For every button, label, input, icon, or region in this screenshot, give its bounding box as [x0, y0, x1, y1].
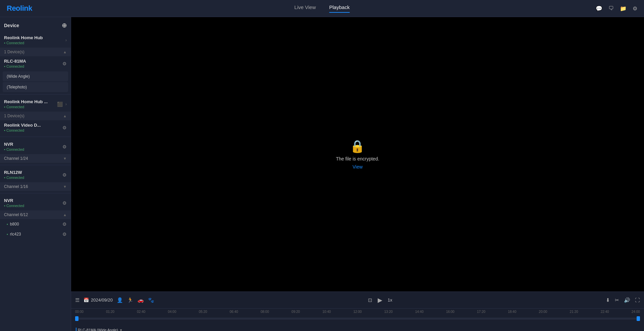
nav-tabs: Live View Playback — [294, 4, 350, 13]
device-rln12w-row[interactable]: RLN12W Connected ⚙ — [0, 167, 71, 182]
chevron-right-icon: › — [65, 38, 67, 43]
snapshot-icon[interactable]: ⊡ — [368, 297, 372, 303]
device-nvr1-row[interactable]: NVR Connected ⚙ — [0, 139, 71, 154]
device-group-hub1: Reolink Home Hub Connected › 1 Device(s)… — [0, 32, 71, 92]
nvr1-channel-chevron-icon: ▼ — [63, 156, 67, 160]
volume-icon[interactable]: 🔊 — [624, 297, 630, 303]
motion-detection-icon[interactable]: 🏃 — [127, 297, 133, 303]
divider-3 — [0, 165, 71, 165]
date-display: 📅 2024/09/20 — [84, 297, 113, 303]
device-nvr2-row[interactable]: NVR Connected ⚙ — [0, 195, 71, 210]
fullscreen-icon[interactable]: ⛶ — [635, 297, 640, 303]
camera-video-d-name: Reolink Video D... — [4, 123, 41, 128]
camera-rlc81ma-gear-icon[interactable]: ⚙ — [62, 61, 67, 66]
animal-detection-icon[interactable]: 🐾 — [148, 297, 154, 303]
playback-controls: ⊡ ▶ 1x — [368, 296, 392, 304]
timeline-end-handle[interactable] — [637, 316, 640, 321]
sub-device-b800-dot: • — [7, 222, 8, 226]
device-group-nvr2: NVR Connected ⚙ Channel 6/12 ▲ • b800 ⚙ … — [0, 195, 71, 239]
date-value: 2024/09/20 — [91, 297, 113, 303]
time-marker-12: 16:00 — [446, 310, 454, 314]
camera-video-d-gear-icon[interactable]: ⚙ — [62, 125, 67, 130]
calendar-icon: 📅 — [84, 297, 89, 303]
device-group-hub2: Reolink Home Hub ... Connected ⬛ › 1 Dev… — [0, 96, 71, 135]
vehicle-detection-icon[interactable]: 🚗 — [138, 297, 144, 303]
tab-playback[interactable]: Playback — [329, 4, 350, 13]
sub-device-b800-gear-icon[interactable]: ⚙ — [62, 221, 67, 227]
nvr2-channel-label: Channel 6/12 — [4, 212, 28, 217]
time-marker-7: 09:20 — [291, 310, 300, 314]
play-button[interactable]: ▶ — [378, 296, 382, 304]
camera-video-d-row: Reolink Video D... Connected ⚙ — [0, 120, 71, 135]
chat-icon[interactable]: 💬 — [596, 5, 602, 12]
view-link[interactable]: View — [353, 164, 363, 170]
device-nvr1-name: NVR — [4, 142, 24, 147]
timeline-track-container[interactable] — [75, 314, 640, 326]
sub-device-b800-name: b800 — [10, 222, 19, 226]
sidebar-header: Device ⊕ — [0, 17, 71, 32]
camera-telephoto-label: (Telephoto) — [7, 85, 27, 89]
camera-wide-angle-item[interactable]: (Wide Angle) — [3, 71, 68, 81]
time-marker-18: 24:00 — [632, 310, 640, 314]
camera-track-name: RLC-81MA (Wide Angle) — [78, 328, 118, 331]
messages-icon[interactable]: 🗨 — [608, 5, 614, 11]
add-device-button[interactable]: ⊕ — [62, 22, 67, 29]
encrypted-text: The file is encrypted. — [336, 156, 379, 161]
time-marker-3: 04:00 — [168, 310, 176, 314]
timeline-ruler: 00:00 01:20 02:40 04:00 05:20 06:40 08:0… — [71, 309, 644, 314]
camera-telephoto-item[interactable]: (Telephoto) — [3, 82, 68, 92]
hub2-sub-header[interactable]: 1 Device(s) ▲ — [0, 112, 71, 120]
divider-1 — [0, 94, 71, 94]
person-detection-icon[interactable]: 👤 — [117, 297, 123, 303]
sub-device-rlc423-row[interactable]: • rlc423 ⚙ — [0, 229, 71, 239]
rln12w-channel-row[interactable]: Channel 1/16 ▼ — [0, 182, 71, 191]
camera-rlc81ma-status: Connected — [4, 64, 26, 68]
device-hub2-row[interactable]: Reolink Home Hub ... Connected ⬛ › — [0, 96, 71, 112]
timeline-cursor-handle[interactable] — [75, 316, 78, 321]
nvr2-channel-row[interactable]: Channel 6/12 ▲ — [0, 210, 71, 219]
sub-device-rlc423-dot: • — [7, 232, 8, 236]
controls-bar: ☰ 📅 2024/09/20 👤 🏃 🚗 🐾 ⊡ ▶ 1x ⬇ ✂ 🔊 ⛶ — [71, 291, 644, 308]
nvr2-gear-icon[interactable]: ⚙ — [62, 200, 67, 206]
time-marker-6: 08:00 — [261, 310, 269, 314]
sub-device-rlc423-gear-icon[interactable]: ⚙ — [62, 231, 67, 237]
time-marker-1: 01:20 — [106, 310, 114, 314]
hub2-collapse-icon: ▲ — [63, 114, 67, 118]
hub1-device-count: 1 Device(s) — [4, 50, 24, 54]
hub2-chevron-icon: › — [65, 102, 67, 107]
sub-device-b800-row[interactable]: • b800 ⚙ — [0, 219, 71, 229]
video-area: 🔒 The file is encrypted. View ☰ 📅 2024/0… — [71, 17, 644, 331]
device-rln12w-status: Connected — [4, 176, 24, 180]
time-marker-8: 10:40 — [322, 310, 331, 314]
encrypted-message: 🔒 The file is encrypted. View — [336, 139, 379, 170]
rln12w-gear-icon[interactable]: ⚙ — [62, 172, 67, 178]
folder-icon[interactable]: 📁 — [620, 5, 627, 12]
device-hub1-status: Connected — [4, 41, 43, 45]
time-marker-0: 00:00 — [75, 310, 84, 314]
track-chevron-icon[interactable]: ▼ — [119, 328, 123, 331]
device-nvr2-name: NVR — [4, 198, 24, 203]
playback-speed[interactable]: 1x — [388, 297, 392, 303]
hub1-sub-header[interactable]: 1 Device(s) ▲ — [0, 48, 71, 56]
device-hub1-row[interactable]: Reolink Home Hub Connected › — [0, 32, 71, 48]
settings-icon[interactable]: ⚙ — [633, 5, 637, 12]
timeline-track — [75, 318, 640, 320]
scissors-icon[interactable]: ✂ — [615, 297, 619, 303]
time-marker-17: 22:40 — [601, 310, 609, 314]
time-marker-10: 13:20 — [384, 310, 393, 314]
download-icon[interactable]: ⬇ — [606, 297, 610, 303]
camera-rlc81ma-name: RLC-81MA — [4, 59, 26, 64]
device-hub2-status: Connected — [4, 105, 48, 109]
lock-icon: 🔒 — [350, 139, 365, 153]
tab-live-view[interactable]: Live View — [294, 4, 316, 13]
list-view-icon[interactable]: ☰ — [75, 297, 79, 303]
rln12w-channel-label: Channel 1/16 — [4, 184, 28, 189]
hub2-toggle-icon: ⬛ — [57, 102, 63, 107]
topbar: Reolink Live View Playback 💬 🗨 📁 ⚙ — [0, 0, 644, 17]
sub-device-rlc423-name: rlc423 — [10, 232, 21, 237]
nvr1-gear-icon[interactable]: ⚙ — [62, 144, 67, 149]
timeline-area: 00:00 01:20 02:40 04:00 05:20 06:40 08:0… — [71, 308, 644, 331]
device-group-rln12w: RLN12W Connected ⚙ Channel 1/16 ▼ — [0, 167, 71, 191]
device-rln12w-name: RLN12W — [4, 170, 24, 175]
nvr1-channel-row[interactable]: Channel 1/24 ▼ — [0, 154, 71, 163]
